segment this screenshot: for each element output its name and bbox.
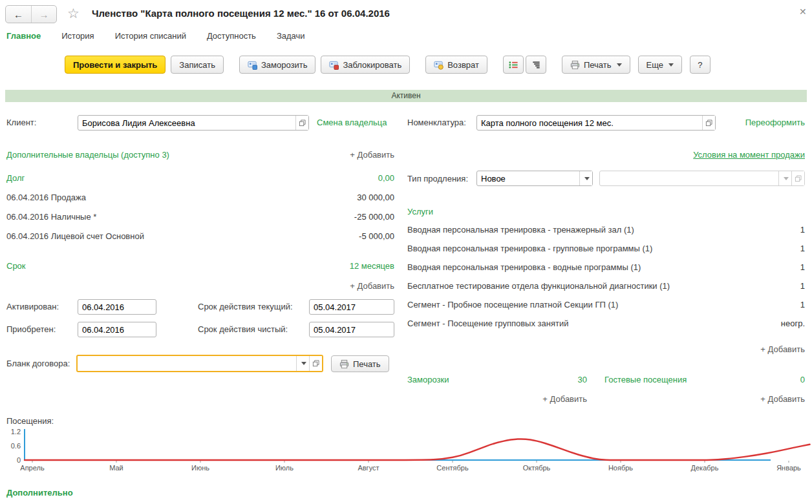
add-term-button[interactable]: + Добавить xyxy=(350,281,394,291)
print-menu-button[interactable]: Печать xyxy=(562,56,630,74)
services-section-link[interactable]: Услуги xyxy=(407,207,433,216)
caret-down-icon xyxy=(617,63,622,67)
service-name: Вводная персональная тренировка - группо… xyxy=(407,244,652,253)
tab-availability[interactable]: Доступность xyxy=(207,31,256,41)
renewal-secondary-select xyxy=(599,171,805,186)
service-count: 1 xyxy=(800,262,805,272)
renewal-secondary-select-icon[interactable] xyxy=(791,171,804,185)
service-name: Сегмент - Посещение групповых занятий xyxy=(407,319,568,328)
contract-print-button[interactable]: Печать xyxy=(331,355,389,372)
refund-button[interactable]: Возврат xyxy=(425,56,487,74)
freeze-button[interactable]: Заморозить xyxy=(239,56,316,74)
debt-row-text: 06.04.2016 Лицевой счет Основной xyxy=(6,231,144,241)
svg-text:Август: Август xyxy=(358,464,379,472)
service-name: Сегмент - Пробное посещение платной Секц… xyxy=(407,300,618,310)
favorite-star-icon[interactable]: ☆ xyxy=(67,6,80,21)
client-field xyxy=(78,115,309,131)
tab-history[interactable]: История xyxy=(61,31,94,41)
close-icon[interactable]: ✕ xyxy=(799,6,807,17)
renewal-type-label: Тип продления: xyxy=(407,171,468,187)
add-owner-button[interactable]: + Добавить xyxy=(350,150,394,160)
toolbar: Провести и закрыть Записать Заморозить З… xyxy=(65,56,710,74)
contract-blank-input[interactable] xyxy=(78,356,296,371)
service-count: 1 xyxy=(800,281,805,291)
additional-owners-link[interactable]: Дополнительные владельцы (доступно 3) xyxy=(6,150,169,160)
list-view-button[interactable] xyxy=(503,56,524,74)
service-row: Сегмент - Пробное посещение платной Секц… xyxy=(407,300,805,310)
post-and-close-button[interactable]: Провести и закрыть xyxy=(65,56,166,74)
forward-arrow-icon: → xyxy=(39,9,49,20)
svg-text:Май: Май xyxy=(109,464,123,472)
renewal-caret-icon[interactable] xyxy=(579,171,592,185)
back-button[interactable]: ← xyxy=(6,6,31,23)
guest-visits-section-link[interactable]: Гостевые посещения xyxy=(604,375,687,384)
tab-tasks[interactable]: Задачи xyxy=(277,31,305,41)
current-term-input[interactable] xyxy=(310,300,394,314)
more-button[interactable]: Еще xyxy=(638,56,682,74)
nomenclature-select-icon[interactable] xyxy=(702,116,715,130)
client-input[interactable] xyxy=(78,116,295,130)
nomenclature-input[interactable] xyxy=(477,116,702,130)
contract-caret-icon[interactable] xyxy=(296,356,309,371)
printer-icon xyxy=(570,60,580,70)
save-button[interactable]: Записать xyxy=(171,56,224,74)
help-button[interactable]: ? xyxy=(690,56,710,74)
freezes-value: 30 xyxy=(407,375,587,384)
status-banner: Активен xyxy=(5,90,807,102)
guest-visits-value: 0 xyxy=(800,375,805,384)
term-value: 12 месяцев xyxy=(350,261,394,271)
renewal-type-input[interactable] xyxy=(477,171,579,185)
debt-section-link[interactable]: Долг xyxy=(6,173,25,183)
reissue-link[interactable]: Переоформить xyxy=(745,118,805,127)
more-label: Еще xyxy=(646,60,663,70)
svg-text:1.2: 1.2 xyxy=(11,428,21,436)
sale-conditions-link[interactable]: Условия на момент продажи xyxy=(693,150,805,160)
activated-field xyxy=(78,299,156,315)
service-row: Бесплатное тестирование отдела функциона… xyxy=(407,281,805,291)
client-select-icon[interactable] xyxy=(295,116,308,130)
block-button[interactable]: Заблокировать xyxy=(321,56,410,74)
activated-label: Активирован: xyxy=(6,299,59,315)
activated-input[interactable] xyxy=(78,300,156,314)
contract-print-label: Печать xyxy=(353,359,381,369)
debt-row-amount: -25 000,00 xyxy=(354,212,394,222)
purchased-field xyxy=(78,322,156,337)
freeze-card-icon xyxy=(248,60,257,70)
add-service-button[interactable]: + Добавить xyxy=(760,344,805,354)
svg-text:Октябрь: Октябрь xyxy=(523,464,551,472)
structure-view-button[interactable] xyxy=(526,56,546,74)
freeze-label: Заморозить xyxy=(261,60,308,70)
visits-chart: 00.61.2АпрельМайИюньИюльАвгустСентябрьОк… xyxy=(0,425,812,477)
left-pane: Клиент: Смена владельца Дополнительные в… xyxy=(6,110,394,414)
open-link-icon xyxy=(795,175,802,182)
save-label: Записать xyxy=(179,60,215,70)
additional-section-link[interactable]: Дополнительно xyxy=(6,488,73,498)
net-term-field xyxy=(309,322,394,337)
renewal-secondary-input[interactable] xyxy=(600,171,778,185)
purchased-input[interactable] xyxy=(78,322,156,337)
debt-row-amount: -5 000,00 xyxy=(359,231,394,241)
refund-label: Возврат xyxy=(447,60,479,70)
net-term-input[interactable] xyxy=(310,322,394,337)
service-row: Вводная персональная тренировка - тренаж… xyxy=(407,225,805,235)
service-count: 1 xyxy=(800,225,805,235)
tab-main[interactable]: Главное xyxy=(6,31,41,41)
change-owner-link[interactable]: Смена владельца xyxy=(317,118,387,127)
net-term-label: Срок действия чистый: xyxy=(198,322,288,337)
contract-blank-combobox xyxy=(76,355,323,372)
service-row: Вводная персональная тренировка - группо… xyxy=(407,244,805,253)
contract-select-icon[interactable] xyxy=(309,356,322,371)
open-link-icon xyxy=(312,360,319,367)
add-guest-visit-button[interactable]: + Добавить xyxy=(760,394,805,404)
post-and-close-label: Провести и закрыть xyxy=(73,60,157,70)
term-section-link[interactable]: Срок xyxy=(6,261,26,271)
page-title: Членство "Карта полного посещения 12 мес… xyxy=(92,8,390,19)
service-name: Вводная персональная тренировка - тренаж… xyxy=(407,225,634,235)
tab-writeoff-history[interactable]: История списаний xyxy=(115,31,186,41)
svg-text:0: 0 xyxy=(17,456,21,464)
debt-total: 0,00 xyxy=(378,173,394,183)
forward-button[interactable]: → xyxy=(31,6,56,23)
add-freeze-button[interactable]: + Добавить xyxy=(407,394,587,404)
debt-row-text: 06.04.2016 Продажа xyxy=(6,193,86,202)
renewal-secondary-caret-icon[interactable] xyxy=(778,171,791,185)
